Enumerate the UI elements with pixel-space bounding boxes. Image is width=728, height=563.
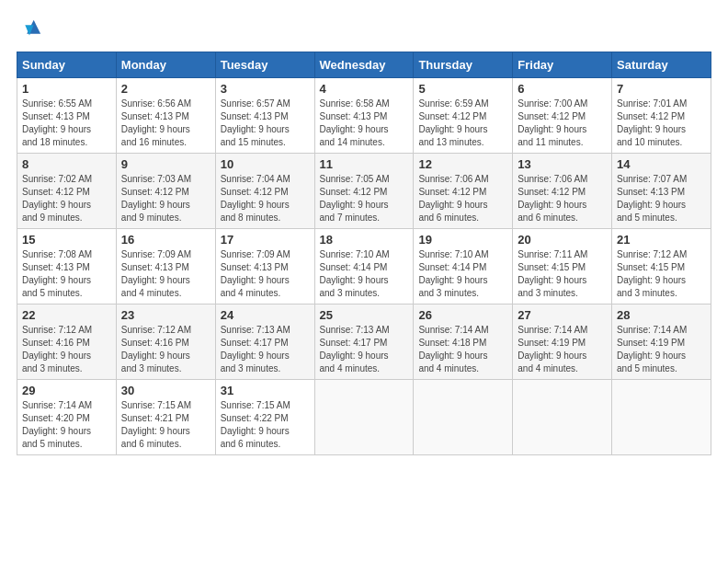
day-info: Sunrise: 7:12 AM Sunset: 4:16 PM Dayligh… [22, 324, 111, 375]
day-info: Sunrise: 7:14 AM Sunset: 4:20 PM Dayligh… [22, 399, 111, 451]
day-info: Sunrise: 7:09 AM Sunset: 4:13 PM Dayligh… [121, 248, 210, 300]
day-cell: 25Sunrise: 7:13 AM Sunset: 4:17 PM Dayli… [314, 304, 414, 380]
day-number: 23 [121, 308, 210, 322]
day-cell [612, 380, 711, 455]
day-number: 25 [320, 308, 409, 322]
day-info: Sunrise: 7:07 AM Sunset: 4:13 PM Dayligh… [617, 173, 706, 224]
day-info: Sunrise: 7:14 AM Sunset: 4:19 PM Dayligh… [617, 324, 706, 375]
day-info: Sunrise: 7:12 AM Sunset: 4:16 PM Dayligh… [121, 324, 210, 375]
day-info: Sunrise: 7:09 AM Sunset: 4:13 PM Dayligh… [221, 248, 310, 300]
week-row-4: 29Sunrise: 7:14 AM Sunset: 4:20 PM Dayli… [17, 380, 711, 455]
day-cell: 27Sunrise: 7:14 AM Sunset: 4:19 PM Dayli… [513, 304, 612, 380]
day-info: Sunrise: 6:58 AM Sunset: 4:13 PM Dayligh… [320, 98, 409, 149]
day-info: Sunrise: 7:13 AM Sunset: 4:17 PM Dayligh… [320, 324, 409, 375]
day-number: 27 [518, 308, 607, 322]
day-info: Sunrise: 6:55 AM Sunset: 4:13 PM Dayligh… [22, 98, 111, 149]
day-cell: 8Sunrise: 7:02 AM Sunset: 4:12 PM Daylig… [17, 154, 117, 229]
day-info: Sunrise: 7:14 AM Sunset: 4:18 PM Dayligh… [418, 324, 507, 375]
day-number: 8 [22, 157, 111, 171]
day-number: 21 [617, 233, 706, 247]
day-cell: 2Sunrise: 6:56 AM Sunset: 4:13 PM Daylig… [116, 78, 215, 154]
day-number: 29 [22, 384, 111, 397]
day-number: 16 [121, 233, 210, 247]
day-info: Sunrise: 7:06 AM Sunset: 4:12 PM Dayligh… [518, 173, 607, 224]
day-cell: 20Sunrise: 7:11 AM Sunset: 4:15 PM Dayli… [513, 229, 612, 304]
day-cell: 30Sunrise: 7:15 AM Sunset: 4:21 PM Dayli… [116, 380, 215, 455]
day-info: Sunrise: 7:08 AM Sunset: 4:13 PM Dayligh… [22, 248, 111, 300]
day-number: 28 [617, 308, 706, 322]
day-cell: 31Sunrise: 7:15 AM Sunset: 4:22 PM Dayli… [215, 380, 314, 455]
day-info: Sunrise: 7:00 AM Sunset: 4:12 PM Dayligh… [518, 98, 607, 149]
day-cell: 26Sunrise: 7:14 AM Sunset: 4:18 PM Dayli… [414, 304, 513, 380]
day-number: 10 [221, 157, 310, 171]
day-info: Sunrise: 7:10 AM Sunset: 4:14 PM Dayligh… [320, 248, 409, 300]
day-info: Sunrise: 7:15 AM Sunset: 4:21 PM Dayligh… [121, 399, 210, 451]
day-info: Sunrise: 7:05 AM Sunset: 4:12 PM Dayligh… [320, 173, 409, 224]
week-row-0: 1Sunrise: 6:55 AM Sunset: 4:13 PM Daylig… [17, 78, 711, 154]
day-cell: 15Sunrise: 7:08 AM Sunset: 4:13 PM Dayli… [17, 229, 117, 304]
main-container: SundayMondayTuesdayWednesdayThursdayFrid… [0, 0, 728, 465]
logo-icon [17, 17, 42, 42]
calendar-table: SundayMondayTuesdayWednesdayThursdayFrid… [17, 52, 711, 455]
weekday-header-friday: Friday [513, 52, 612, 78]
day-info: Sunrise: 7:14 AM Sunset: 4:19 PM Dayligh… [518, 324, 607, 375]
day-info: Sunrise: 7:02 AM Sunset: 4:12 PM Dayligh… [22, 173, 111, 224]
day-info: Sunrise: 7:13 AM Sunset: 4:17 PM Dayligh… [221, 324, 310, 375]
day-cell: 12Sunrise: 7:06 AM Sunset: 4:12 PM Dayli… [414, 154, 513, 229]
day-cell: 24Sunrise: 7:13 AM Sunset: 4:17 PM Dayli… [215, 304, 314, 380]
day-cell: 21Sunrise: 7:12 AM Sunset: 4:15 PM Dayli… [612, 229, 711, 304]
day-number: 5 [418, 82, 507, 96]
day-cell [314, 380, 414, 455]
day-cell: 6Sunrise: 7:00 AM Sunset: 4:12 PM Daylig… [513, 78, 612, 154]
day-number: 2 [121, 82, 210, 96]
day-info: Sunrise: 7:15 AM Sunset: 4:22 PM Dayligh… [221, 399, 310, 451]
day-number: 19 [418, 233, 507, 247]
day-number: 31 [221, 384, 310, 397]
weekday-header-wednesday: Wednesday [314, 52, 414, 78]
day-number: 7 [617, 82, 706, 96]
day-cell: 5Sunrise: 6:59 AM Sunset: 4:12 PM Daylig… [414, 78, 513, 154]
day-number: 9 [121, 157, 210, 171]
day-info: Sunrise: 7:11 AM Sunset: 4:15 PM Dayligh… [518, 248, 607, 300]
header [17, 17, 711, 42]
week-row-1: 8Sunrise: 7:02 AM Sunset: 4:12 PM Daylig… [17, 154, 711, 229]
day-number: 20 [518, 233, 607, 247]
day-cell: 10Sunrise: 7:04 AM Sunset: 4:12 PM Dayli… [215, 154, 314, 229]
day-number: 14 [617, 157, 706, 171]
day-info: Sunrise: 6:56 AM Sunset: 4:13 PM Dayligh… [121, 98, 210, 149]
day-number: 1 [22, 82, 111, 96]
day-cell: 16Sunrise: 7:09 AM Sunset: 4:13 PM Dayli… [116, 229, 215, 304]
day-number: 15 [22, 233, 111, 247]
day-cell [513, 380, 612, 455]
day-info: Sunrise: 6:57 AM Sunset: 4:13 PM Dayligh… [221, 98, 310, 149]
day-number: 11 [320, 157, 409, 171]
day-number: 12 [418, 157, 507, 171]
day-info: Sunrise: 7:04 AM Sunset: 4:12 PM Dayligh… [221, 173, 310, 224]
day-cell: 9Sunrise: 7:03 AM Sunset: 4:12 PM Daylig… [116, 154, 215, 229]
day-number: 3 [221, 82, 310, 96]
day-cell: 11Sunrise: 7:05 AM Sunset: 4:12 PM Dayli… [314, 154, 414, 229]
weekday-header-sunday: Sunday [17, 52, 117, 78]
day-info: Sunrise: 7:12 AM Sunset: 4:15 PM Dayligh… [617, 248, 706, 300]
day-number: 13 [518, 157, 607, 171]
weekday-header-monday: Monday [116, 52, 215, 78]
day-number: 6 [518, 82, 607, 96]
day-cell: 19Sunrise: 7:10 AM Sunset: 4:14 PM Dayli… [414, 229, 513, 304]
day-cell: 29Sunrise: 7:14 AM Sunset: 4:20 PM Dayli… [17, 380, 117, 455]
day-cell: 13Sunrise: 7:06 AM Sunset: 4:12 PM Dayli… [513, 154, 612, 229]
day-number: 17 [221, 233, 310, 247]
day-cell: 7Sunrise: 7:01 AM Sunset: 4:12 PM Daylig… [612, 78, 711, 154]
day-info: Sunrise: 7:06 AM Sunset: 4:12 PM Dayligh… [418, 173, 507, 224]
weekday-header-tuesday: Tuesday [215, 52, 314, 78]
day-number: 22 [22, 308, 111, 322]
day-cell: 18Sunrise: 7:10 AM Sunset: 4:14 PM Dayli… [314, 229, 414, 304]
day-cell: 22Sunrise: 7:12 AM Sunset: 4:16 PM Dayli… [17, 304, 117, 380]
day-cell: 4Sunrise: 6:58 AM Sunset: 4:13 PM Daylig… [314, 78, 414, 154]
day-cell: 17Sunrise: 7:09 AM Sunset: 4:13 PM Dayli… [215, 229, 314, 304]
day-cell: 23Sunrise: 7:12 AM Sunset: 4:16 PM Dayli… [116, 304, 215, 380]
day-cell: 14Sunrise: 7:07 AM Sunset: 4:13 PM Dayli… [612, 154, 711, 229]
day-number: 30 [121, 384, 210, 397]
day-info: Sunrise: 7:10 AM Sunset: 4:14 PM Dayligh… [418, 248, 507, 300]
weekday-header-thursday: Thursday [414, 52, 513, 78]
week-row-3: 22Sunrise: 7:12 AM Sunset: 4:16 PM Dayli… [17, 304, 711, 380]
